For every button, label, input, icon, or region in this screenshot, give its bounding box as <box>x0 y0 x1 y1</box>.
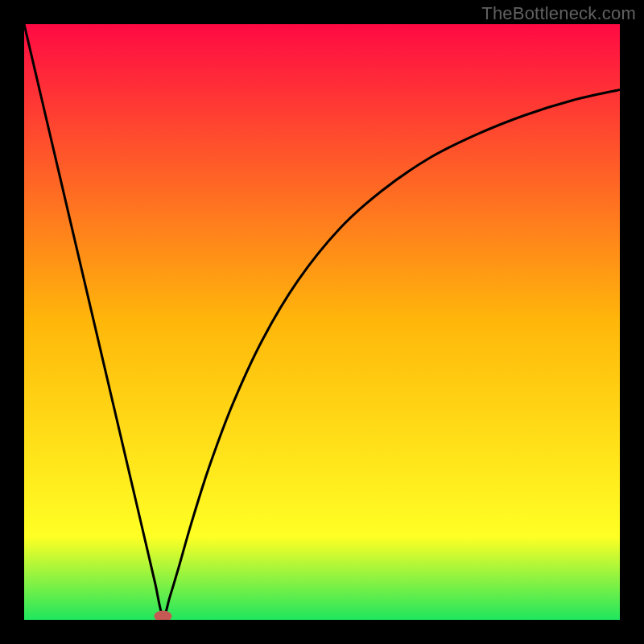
chart-svg <box>24 24 620 620</box>
watermark-text: TheBottleneck.com <box>481 3 636 24</box>
plot-area <box>24 24 620 620</box>
chart-frame: TheBottleneck.com <box>0 0 644 644</box>
